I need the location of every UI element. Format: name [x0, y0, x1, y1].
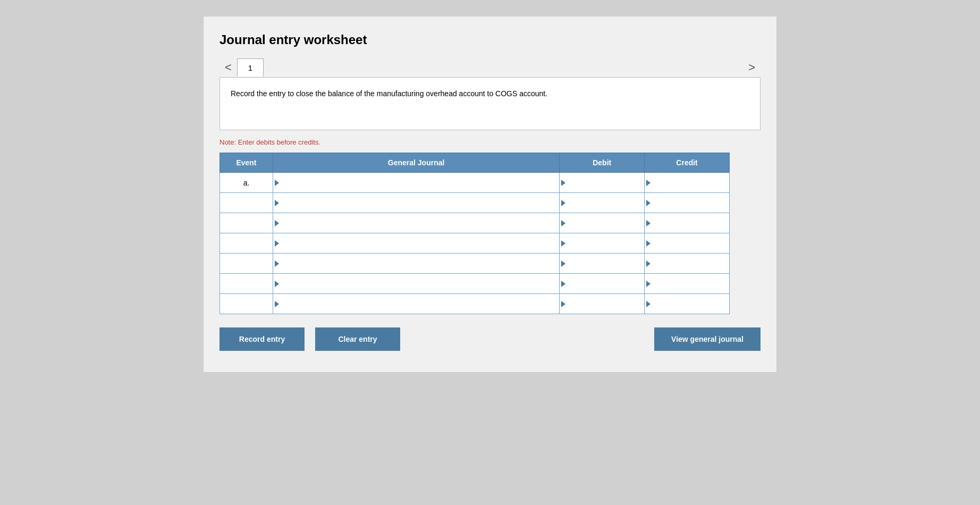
instruction-text: Record the entry to close the balance of…: [231, 88, 749, 99]
journal-input-5[interactable]: [273, 274, 559, 293]
debit-arrow-2: [561, 220, 565, 226]
credit-input-4[interactable]: [645, 254, 729, 273]
debit-cell-0[interactable]: [560, 173, 645, 193]
debit-arrow-4: [561, 260, 565, 267]
journal-input-6[interactable]: [273, 294, 559, 314]
main-container: Journal entry worksheet < 1 > Record the…: [203, 16, 777, 373]
debit-input-1[interactable]: [560, 193, 644, 213]
journal-cell-4[interactable]: [273, 254, 559, 274]
credit-cell-0[interactable]: [645, 173, 730, 193]
table-row: [220, 254, 730, 274]
debit-input-4[interactable]: [560, 254, 644, 273]
credit-input-3[interactable]: [645, 233, 729, 253]
debit-arrow-5: [561, 281, 565, 287]
debit-input-5[interactable]: [560, 274, 644, 293]
tab-number[interactable]: 1: [237, 58, 264, 77]
credit-input-1[interactable]: [645, 193, 729, 213]
journal-arrow-4: [275, 260, 279, 267]
credit-arrow-0: [646, 180, 650, 186]
next-arrow[interactable]: >: [743, 58, 761, 77]
table-body: a.: [220, 173, 730, 314]
journal-arrow-6: [275, 301, 279, 307]
journal-cell-1[interactable]: [273, 193, 559, 213]
credit-input-2[interactable]: [645, 213, 729, 233]
journal-table: Event General Journal Debit Credit a.: [219, 153, 730, 314]
journal-arrow-2: [275, 220, 279, 226]
journal-cell-3[interactable]: [273, 233, 559, 254]
header-debit: Debit: [560, 153, 645, 173]
journal-cell-5[interactable]: [273, 274, 559, 294]
event-cell-1: [220, 193, 273, 213]
credit-arrow-4: [646, 260, 650, 267]
event-cell-2: [220, 213, 273, 233]
credit-cell-1[interactable]: [645, 193, 730, 213]
table-row: [220, 233, 730, 254]
journal-input-0[interactable]: [273, 173, 559, 192]
prev-arrow[interactable]: <: [219, 58, 237, 77]
record-entry-button[interactable]: Record entry: [219, 327, 305, 351]
credit-input-6[interactable]: [645, 294, 729, 314]
debit-cell-4[interactable]: [560, 254, 645, 274]
journal-input-4[interactable]: [273, 254, 559, 273]
debit-cell-5[interactable]: [560, 274, 645, 294]
journal-arrow-5: [275, 281, 279, 287]
nav-row: < 1 >: [219, 58, 761, 77]
credit-arrow-5: [646, 281, 650, 287]
table-header: Event General Journal Debit Credit: [220, 153, 730, 173]
journal-arrow-0: [275, 180, 279, 186]
event-cell-6: [220, 294, 273, 314]
debit-cell-1[interactable]: [560, 193, 645, 213]
journal-cell-6[interactable]: [273, 294, 559, 314]
credit-arrow-1: [646, 200, 650, 206]
note-text: Note: Enter debits before credits.: [219, 138, 761, 146]
credit-cell-2[interactable]: [645, 213, 730, 233]
debit-arrow-6: [561, 301, 565, 307]
journal-input-2[interactable]: [273, 213, 559, 233]
debit-input-2[interactable]: [560, 213, 644, 233]
event-cell-3: [220, 233, 273, 254]
table-row: [220, 193, 730, 213]
table-row: [220, 274, 730, 294]
journal-input-1[interactable]: [273, 193, 559, 213]
event-cell-5: [220, 274, 273, 294]
credit-arrow-6: [646, 301, 650, 307]
credit-arrow-2: [646, 220, 650, 226]
debit-arrow-3: [561, 240, 565, 247]
debit-input-6[interactable]: [560, 294, 644, 314]
table-row: [220, 294, 730, 314]
credit-cell-5[interactable]: [645, 274, 730, 294]
clear-entry-button[interactable]: Clear entry: [315, 327, 400, 351]
debit-cell-3[interactable]: [560, 233, 645, 254]
credit-input-0[interactable]: [645, 173, 729, 192]
header-event: Event: [220, 153, 273, 173]
debit-cell-6[interactable]: [560, 294, 645, 314]
header-general-journal: General Journal: [273, 153, 559, 173]
journal-arrow-1: [275, 200, 279, 206]
debit-input-3[interactable]: [560, 233, 644, 253]
debit-cell-2[interactable]: [560, 213, 645, 233]
journal-input-3[interactable]: [273, 233, 559, 253]
journal-cell-2[interactable]: [273, 213, 559, 233]
view-general-journal-button[interactable]: View general journal: [654, 327, 761, 351]
debit-arrow-0: [561, 180, 565, 186]
nav-left: < 1: [219, 58, 264, 77]
header-credit: Credit: [645, 153, 730, 173]
credit-arrow-3: [646, 240, 650, 247]
credit-cell-6[interactable]: [645, 294, 730, 314]
buttons-row: Record entry Clear entry View general jo…: [219, 327, 761, 351]
page-title: Journal entry worksheet: [219, 32, 761, 47]
table-row: [220, 213, 730, 233]
instruction-box: Record the entry to close the balance of…: [219, 77, 761, 130]
credit-cell-4[interactable]: [645, 254, 730, 274]
event-cell-0: a.: [220, 173, 273, 193]
credit-cell-3[interactable]: [645, 233, 730, 254]
credit-input-5[interactable]: [645, 274, 729, 293]
journal-arrow-3: [275, 240, 279, 247]
debit-input-0[interactable]: [560, 173, 644, 192]
table-row: a.: [220, 173, 730, 193]
debit-arrow-1: [561, 200, 565, 206]
journal-cell-0[interactable]: [273, 173, 559, 193]
event-cell-4: [220, 254, 273, 274]
